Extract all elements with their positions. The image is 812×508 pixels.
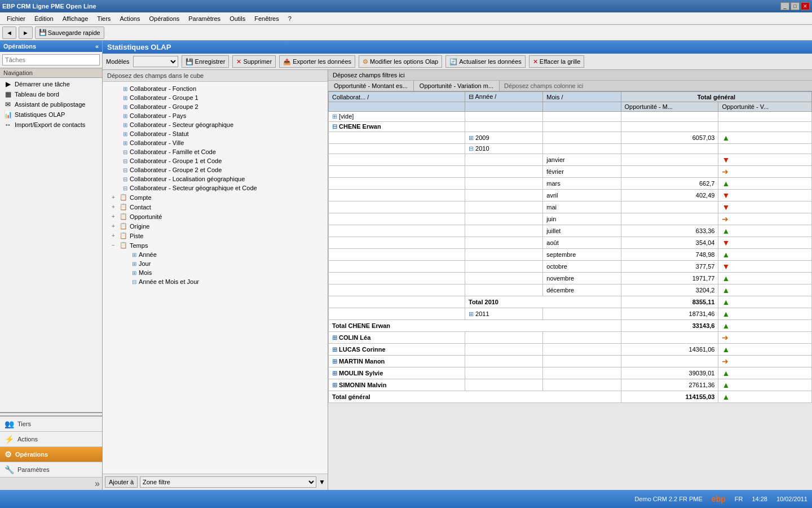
tree-item-famille-code[interactable]: ⊟ Collaborateur - Famille et Code [103,147,328,156]
menu-outils[interactable]: Outils [225,14,250,23]
enregistrer-button[interactable]: 💾 Enregistrer [182,55,230,68]
menu-edition[interactable]: Édition [30,14,58,23]
expand-chene-icon[interactable]: ⊟ [332,123,337,130]
expand-colin-icon[interactable]: ⊞ [332,334,337,341]
tree-item-statut[interactable]: ⊞ Collaborateur - Statut [103,129,328,138]
supprimer-button[interactable]: ✕ Supprimer [232,55,276,68]
tree-item-annee-mois-jour[interactable]: ⊟ Année et Mois et Jour [103,277,328,286]
table-row[interactable]: mars 662,7 ▲ [329,178,812,190]
back-button[interactable]: ◄ [2,27,16,39]
menu-fichier[interactable]: Fichier [2,14,30,23]
tree-item-annee[interactable]: ⊞ Année [103,250,328,259]
minimize-button[interactable]: _ [780,2,789,10]
actualiser-button[interactable]: 🔄 Actualiser les données [445,55,526,68]
section-tiers[interactable]: 👥 Tiers [0,417,102,432]
tree-group-piste[interactable]: + 📋 Piste [103,231,328,240]
tree-group-compte[interactable]: + 📋 Compte [103,192,328,202]
table-row[interactable]: ⊞ 2011 18731,46 ▲ [329,308,812,320]
table-row[interactable]: décembre 3204,2 ▲ [329,284,812,296]
expand-moulin-icon[interactable]: ⊞ [332,370,337,376]
nav-item-import-export[interactable]: ↔ Import/Export de contacts [0,120,102,130]
tree-item-groupe2-code[interactable]: ⊟ Collaborateur - Groupe 2 et Code [103,165,328,174]
tree-group-opportunite[interactable]: + 📋 Opportunité [103,212,328,221]
table-row[interactable]: juin ➜ [329,213,812,225]
sidebar-collapse-icon[interactable]: « [95,43,99,50]
menu-affichage[interactable]: Affichage [58,14,93,23]
tree-item-label: Collaborateur - Famille et Code [130,148,216,155]
expand-martin-icon[interactable]: ⊞ [332,358,337,365]
nav-item-tableau-bord[interactable]: ▦ Tableau de bord [0,89,102,99]
table-row[interactable]: ⊞ MARTIN Manon ➜ [329,356,812,367]
olap-tab-montant[interactable]: Opportunité - Montant es... [328,81,414,91]
exporter-button[interactable]: 📤 Exporter les données [279,55,355,68]
table-row[interactable]: octobre 377,57 ▼ [329,261,812,273]
tree-item-groupe2[interactable]: ⊞ Collaborateur - Groupe 2 [103,102,328,111]
table-row[interactable]: juillet 633,36 ▲ [329,225,812,237]
nav-item-demarrer[interactable]: ▶ Démarrer une tâche [0,79,102,89]
tree-item-fonction[interactable]: ⊞ Collaborateur - Fonction [103,84,328,93]
table-row[interactable]: février ➜ [329,166,812,178]
maximize-button[interactable]: □ [791,2,800,10]
tree-group-contact[interactable]: + 📋 Contact [103,202,328,212]
tree-item-groupe1-code[interactable]: ⊟ Collaborateur - Groupe 1 et Code [103,156,328,165]
tree-item-secteur[interactable]: ⊞ Collaborateur - Secteur géographique [103,120,328,129]
menu-tiers[interactable]: Tiers [92,14,115,23]
nav-item-statistiques[interactable]: 📊 Statistiques OLAP [0,110,102,120]
tree-item-mois[interactable]: ⊞ Mois [103,268,328,277]
sauvegarde-rapide-button[interactable]: 💾 Sauvegarde rapide [35,27,104,39]
tree-item-groupe1[interactable]: ⊞ Collaborateur - Groupe 1 [103,93,328,102]
tree-item-secteur-code[interactable]: ⊟ Collaborateur - Secteur géographique e… [103,183,328,192]
table-row-grand-total[interactable]: Total général 114155,03 ▲ [329,391,812,403]
menu-parametres[interactable]: Paramètres [184,14,225,23]
table-row-total-2010[interactable]: Total 2010 8355,11 ▲ [329,296,812,308]
expand-vide-icon[interactable]: ⊞ [332,113,337,120]
expand-simonin-icon[interactable]: ⊞ [332,382,337,388]
expand-sidebar-icon[interactable]: » [95,479,100,489]
table-row[interactable]: ⊞ 2009 6057,03 ▲ [329,132,812,144]
expand-2011-icon[interactable]: ⊞ [469,310,474,317]
modifier-options-button[interactable]: ⚙ Modifier les options Olap [359,55,442,68]
tree-item-jour[interactable]: ⊞ Jour [103,259,328,268]
modeles-select[interactable] [133,56,178,67]
expand-lucas-icon[interactable]: ⊞ [332,346,337,353]
tree-item-pays[interactable]: ⊞ Collaborateur - Pays [103,111,328,120]
sidebar-search-input[interactable] [2,54,100,65]
olap-table-container[interactable]: Collaborat... / ⊟ Année / Mois / Total g… [328,91,812,490]
expand-2009-icon[interactable]: ⊞ [469,134,474,141]
table-row[interactable]: août 354,04 ▼ [329,237,812,249]
table-row[interactable]: ⊟ 2010 [329,144,812,154]
table-row[interactable]: janvier ▼ [329,154,812,166]
table-row[interactable]: ⊞ LUCAS Corinne 14361,06 ▲ [329,344,812,356]
table-row[interactable]: ⊞ COLIN Léa ➜ [329,332,812,344]
menu-fenetres[interactable]: Fenêtres [250,14,283,23]
zone-select[interactable]: Zone filtre [140,476,316,488]
section-actions[interactable]: ⚡ Actions [0,432,102,447]
ajouter-a-button[interactable]: Ajouter à [105,476,138,488]
menu-operations[interactable]: Opérations [144,14,184,23]
section-parametres[interactable]: 🔧 Paramètres [0,462,102,478]
zone-dropdown-icon[interactable]: ▼ [319,478,325,486]
table-row[interactable]: avril 402,49 ▼ [329,190,812,202]
close-button[interactable]: ✕ [801,2,810,10]
table-row[interactable]: ⊞ MOULIN Sylvie 39039,01 ▲ [329,367,812,379]
table-row[interactable]: ⊞ [vide] [329,112,812,122]
olap-tab-variation[interactable]: Opportunité - Variation m... [414,81,500,91]
effacer-button[interactable]: ✕ Effacer la grille [529,55,585,68]
table-row[interactable]: novembre 1971,77 ▲ [329,273,812,284]
table-row[interactable]: septembre 748,98 ▲ [329,249,812,261]
table-row[interactable]: mai ▼ [329,202,812,213]
forward-button[interactable]: ► [19,27,33,39]
table-row[interactable]: ⊟ CHENE Erwan [329,122,812,132]
tree-item-localisation[interactable]: ⊟ Collaborateur - Localisation géographi… [103,174,328,183]
table-row-total-chene[interactable]: Total CHENE Erwan 33143,6 ▲ [329,320,812,332]
tree-group-temps[interactable]: − 📋 Temps [103,240,328,250]
tree-item-ville[interactable]: ⊞ Collaborateur - Ville [103,138,328,147]
tree-group-origine[interactable]: + 📋 Origine [103,221,328,231]
table-row[interactable]: ⊞ SIMONIN Malvin 27611,36 ▲ [329,379,812,391]
menu-actions[interactable]: Actions [115,14,144,23]
cell-total-chene: Total CHENE Erwan [329,320,621,332]
nav-item-publipostage[interactable]: ✉ Assistant de publipostage [0,99,102,110]
menu-help[interactable]: ? [284,14,296,23]
section-operations[interactable]: ⚙ Opérations [0,447,102,462]
expand-2010-icon[interactable]: ⊟ [469,145,474,152]
